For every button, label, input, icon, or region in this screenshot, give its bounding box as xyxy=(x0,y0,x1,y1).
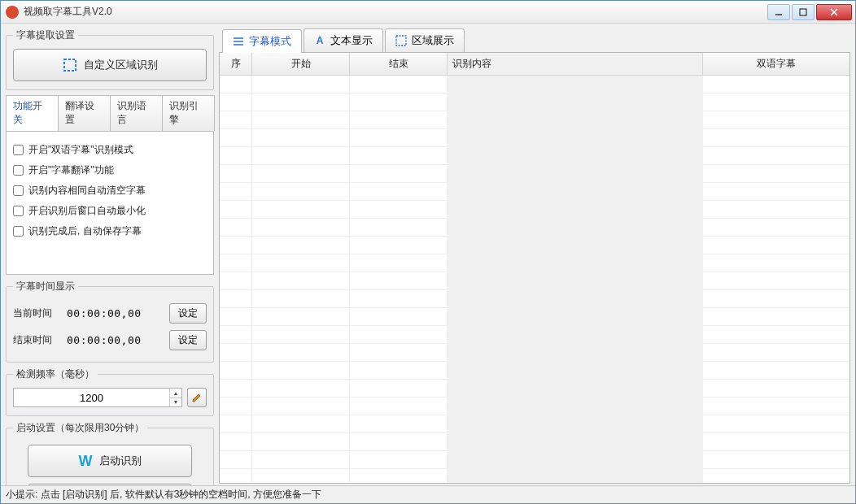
table-row[interactable] xyxy=(220,219,849,237)
table-row[interactable] xyxy=(220,451,849,469)
table-row[interactable] xyxy=(220,237,849,254)
frequency-edit-button[interactable] xyxy=(187,388,207,407)
w-icon: W xyxy=(79,453,93,470)
tab-subtitle-mode[interactable]: 字幕模式 xyxy=(222,29,302,53)
check-auto-minimize[interactable]: 开启识别后窗口自动最小化 xyxy=(13,201,207,221)
table-row[interactable] xyxy=(220,183,849,201)
table-row[interactable] xyxy=(220,398,849,415)
tab-region-display-label: 区域展示 xyxy=(412,33,454,48)
statusbar: 小提示: 点击 [启动识别] 后, 软件默认有3秒钟的空档时间, 方便您准备一下 xyxy=(1,485,855,503)
col-end[interactable]: 结束 xyxy=(350,53,448,75)
subtab-recognition-engine[interactable]: 识别引擎 xyxy=(162,95,215,131)
time-display-group: 字幕时间显示 当前时间 00:00:00,00 设定 结束时间 00:00:00… xyxy=(6,280,214,363)
main-tabs: 字幕模式 A 文本显示 区域展示 xyxy=(219,28,850,52)
start-settings-group: 启动设置（每次限用30分钟） W 启动识别 保存文字 xyxy=(6,421,214,485)
current-time-row: 当前时间 00:00:00,00 设定 xyxy=(13,300,207,327)
svg-rect-12 xyxy=(396,36,406,46)
set-end-time-button[interactable]: 设定 xyxy=(169,330,207,350)
table-row[interactable] xyxy=(220,326,849,344)
frequency-spinner-wrap: ▲ ▼ xyxy=(13,388,207,407)
start-settings-legend: 启动设置（每次限用30分钟） xyxy=(13,421,147,435)
frequency-down-button[interactable]: ▼ xyxy=(170,398,181,407)
status-text: 小提示: 点击 [启动识别] 后, 软件默认有3秒钟的空档时间, 方便您准备一下 xyxy=(6,488,321,502)
frequency-arrows: ▲ ▼ xyxy=(169,389,181,406)
col-seq[interactable]: 序 xyxy=(220,53,252,75)
subtab-recognition-language[interactable]: 识别语言 xyxy=(110,95,163,131)
crop-icon xyxy=(63,58,77,72)
start-recognition-button[interactable]: W 启动识别 xyxy=(28,445,192,477)
check-auto-clear-same[interactable]: 识别内容相同自动清空字幕 xyxy=(13,180,207,201)
current-time-label: 当前时间 xyxy=(13,306,59,320)
app-icon xyxy=(6,6,19,19)
window-controls xyxy=(767,4,852,20)
col-bilingual[interactable]: 双语字幕 xyxy=(703,53,849,75)
titlebar: 视频取字幕工具V2.0 xyxy=(1,1,855,24)
left-panel: 字幕提取设置 自定义区域识别 功能开关 翻译设置 识别语言 识别引擎 xyxy=(6,28,214,484)
content-area: 字幕提取设置 自定义区域识别 功能开关 翻译设置 识别语言 识别引擎 xyxy=(1,24,855,485)
svg-rect-4 xyxy=(64,59,76,71)
frequency-input[interactable] xyxy=(14,389,169,406)
tab-text-display[interactable]: A 文本显示 xyxy=(304,28,383,52)
check-auto-minimize-input[interactable] xyxy=(13,206,24,216)
extract-settings-legend: 字幕提取设置 xyxy=(13,28,78,42)
frequency-spinner[interactable]: ▲ ▼ xyxy=(13,388,182,407)
current-time-value: 00:00:00,00 xyxy=(67,307,161,319)
table-row[interactable] xyxy=(220,362,849,380)
settings-subtabs: 功能开关 翻译设置 识别语言 识别引擎 xyxy=(6,95,214,132)
end-time-row: 结束时间 00:00:00,00 设定 xyxy=(13,327,207,354)
maximize-button[interactable] xyxy=(792,4,815,20)
subtab-translate-settings[interactable]: 翻译设置 xyxy=(58,95,111,131)
table-row[interactable] xyxy=(220,93,849,111)
table-row[interactable] xyxy=(220,254,849,272)
table-row[interactable] xyxy=(220,147,849,165)
feature-switch-panel: 开启"双语字幕"识别模式 开启"字幕翻译"功能 识别内容相同自动清空字幕 开启识… xyxy=(6,132,214,275)
table-row[interactable] xyxy=(220,76,849,93)
table-row[interactable] xyxy=(220,290,849,308)
close-button[interactable] xyxy=(816,4,852,20)
tab-region-display[interactable]: 区域展示 xyxy=(385,28,465,52)
subtab-feature-switch[interactable]: 功能开关 xyxy=(6,95,59,131)
minimize-button[interactable] xyxy=(767,4,790,20)
custom-region-label: 自定义区域识别 xyxy=(84,58,158,72)
start-recognition-label: 启动识别 xyxy=(99,454,142,468)
col-start[interactable]: 开始 xyxy=(252,53,350,75)
col-content[interactable]: 识别内容 xyxy=(448,53,703,75)
region-icon xyxy=(395,35,407,46)
table-row[interactable] xyxy=(220,308,849,326)
list-icon xyxy=(233,36,244,47)
check-translate-feature[interactable]: 开启"字幕翻译"功能 xyxy=(13,160,207,180)
settings-subtabs-container: 功能开关 翻译设置 识别语言 识别引擎 开启"双语字幕"识别模式 开启"字幕翻译… xyxy=(6,95,214,275)
grid-header: 序 开始 结束 识别内容 双语字幕 xyxy=(220,53,849,76)
grid-body[interactable] xyxy=(220,76,849,483)
table-row[interactable] xyxy=(220,129,849,147)
table-row[interactable] xyxy=(220,344,849,362)
svg-rect-1 xyxy=(800,9,806,15)
frequency-legend: 检测频率（毫秒） xyxy=(13,367,98,381)
table-row[interactable] xyxy=(220,469,849,483)
set-current-time-button[interactable]: 设定 xyxy=(169,303,207,324)
frequency-up-button[interactable]: ▲ xyxy=(170,389,181,398)
table-row[interactable] xyxy=(220,201,849,219)
check-bilingual-mode-input[interactable] xyxy=(13,145,24,155)
table-row[interactable] xyxy=(220,272,849,290)
check-auto-clear-same-input[interactable] xyxy=(13,185,24,196)
right-panel: 字幕模式 A 文本显示 区域展示 序 开始 结束 识别内容 双语字幕 xyxy=(219,28,850,484)
text-a-icon: A xyxy=(314,35,325,46)
custom-region-button[interactable]: 自定义区域识别 xyxy=(13,49,207,81)
table-row[interactable] xyxy=(220,111,849,129)
check-bilingual-mode[interactable]: 开启"双语字幕"识别模式 xyxy=(13,140,207,160)
frequency-group: 检测频率（毫秒） ▲ ▼ xyxy=(6,367,214,416)
app-window: 视频取字幕工具V2.0 字幕提取设置 自定义区域识别 xyxy=(0,0,856,504)
check-translate-feature-input[interactable] xyxy=(13,165,24,176)
table-row[interactable] xyxy=(220,380,849,398)
tab-subtitle-mode-label: 字幕模式 xyxy=(249,34,291,49)
time-display-legend: 字幕时间显示 xyxy=(13,280,78,293)
table-row[interactable] xyxy=(220,165,849,183)
subtitle-grid: 序 开始 结束 识别内容 双语字幕 xyxy=(219,52,850,484)
end-time-value: 00:00:00,00 xyxy=(67,334,161,346)
check-auto-save[interactable]: 识别完成后, 自动保存字幕 xyxy=(13,221,207,241)
table-row[interactable] xyxy=(220,433,849,451)
table-row[interactable] xyxy=(220,415,849,433)
extract-settings-group: 字幕提取设置 自定义区域识别 xyxy=(6,28,214,90)
check-auto-save-input[interactable] xyxy=(13,226,24,237)
